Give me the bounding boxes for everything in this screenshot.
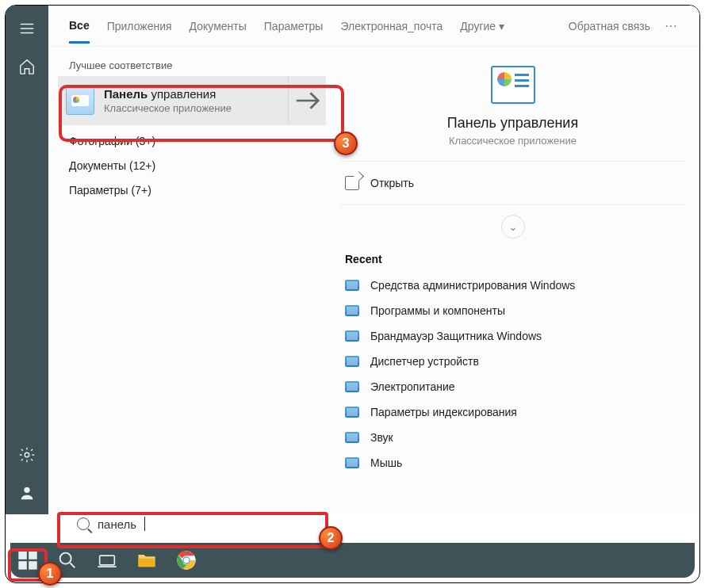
tab-more[interactable]: Другие ▾ [460,20,504,32]
person-icon[interactable] [18,484,36,502]
control-panel-hero-icon [491,66,535,104]
search-input[interactable]: панель [66,508,320,540]
recent-item[interactable]: Брандмауэр Защитника Windows [340,324,685,348]
svg-rect-3 [29,551,36,559]
svg-rect-8 [139,559,155,567]
task-view-icon[interactable] [96,549,118,571]
result-control-panel[interactable]: Панель управления Классическое приложени… [58,76,326,125]
annotation-badge: 2 [319,526,343,550]
svg-point-11 [184,558,190,563]
taskbar [10,543,695,578]
search-row: панель [53,508,695,543]
result-subtitle: Классическое приложение [104,102,232,114]
search-icon [77,517,90,530]
recent-list: Средства администрирования Windows Прогр… [340,273,685,475]
control-panel-mini-icon [345,305,359,316]
recent-item[interactable]: Программы и компоненты [340,299,685,323]
open-action[interactable]: Открыть [340,162,685,205]
recent-item[interactable]: Параметры индексирования [340,400,685,424]
recent-item[interactable]: Диспетчер устройств [340,349,685,373]
open-icon [345,176,359,190]
control-panel-mini-icon [345,407,359,418]
hamburger-icon[interactable] [18,20,36,37]
filter-tabs: Все Приложения Документы Параметры Элект… [48,6,699,47]
svg-rect-5 [29,561,36,570]
chrome-icon[interactable] [175,549,197,571]
result-title: Панель управления [104,87,232,101]
chevron-down-icon: ▾ [499,20,504,32]
file-explorer-icon[interactable] [136,549,158,571]
detail-title: Панель управления [447,115,578,132]
control-panel-icon [66,86,94,115]
svg-rect-2 [18,551,26,559]
annotation-badge: 3 [334,132,358,155]
more-icon[interactable]: ⋯ [665,18,679,33]
control-panel-mini-icon [345,330,359,342]
tab-apps[interactable]: Приложения [107,20,172,32]
group-documents[interactable]: Документы (12+) [58,150,326,174]
control-panel-mini-icon [345,356,359,367]
recent-item[interactable]: Средства администрирования Windows [340,273,685,297]
tab-all[interactable]: Все [69,19,90,44]
control-panel-mini-icon [345,381,359,392]
arrow-right-icon[interactable] [288,76,326,125]
tab-parameters[interactable]: Параметры [264,20,324,32]
svg-point-1 [24,487,29,493]
detail-subtitle: Классическое приложение [449,135,577,147]
text-caret [144,517,145,531]
start-button[interactable] [17,549,39,571]
open-label: Открыть [370,177,414,189]
detail-pane: Панель управления Классическое приложени… [326,47,699,514]
results-column: Лучшее соответствие Панель управления Кл… [48,47,326,514]
tab-email[interactable]: Электронная_почта [340,20,443,32]
annotation-badge: 1 [38,562,62,586]
feedback-link[interactable]: Обратная связь [569,20,650,32]
section-best-match: Лучшее соответствие [58,55,326,76]
svg-rect-4 [18,561,26,570]
left-rail [6,6,48,514]
group-photos[interactable]: Фотографии (3+) [58,125,326,150]
control-panel-mini-icon [345,457,359,468]
recent-item[interactable]: Мышь [340,451,685,475]
svg-rect-7 [100,556,115,565]
search-value: панель [98,517,136,531]
control-panel-mini-icon [345,280,359,291]
recent-item[interactable]: Электропитание [340,375,685,399]
svg-point-6 [60,553,71,564]
expand-button[interactable]: ⌄ [501,215,525,239]
svg-point-0 [25,452,29,457]
search-panel: Все Приложения Документы Параметры Элект… [48,6,699,514]
group-parameters[interactable]: Параметры (7+) [58,174,326,199]
recent-heading: Recent [340,248,685,273]
home-icon[interactable] [18,58,36,75]
control-panel-mini-icon [345,432,359,443]
tab-documents[interactable]: Документы [190,20,247,32]
gear-icon[interactable] [18,446,36,464]
recent-item[interactable]: Звук [340,426,685,449]
